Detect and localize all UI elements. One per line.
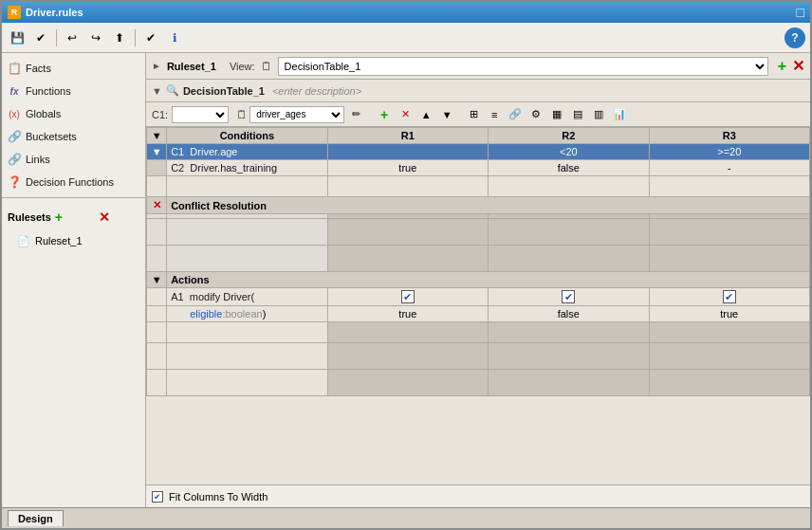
forward-icon[interactable]: ↪ bbox=[85, 27, 106, 48]
c2-r3[interactable]: - bbox=[649, 160, 809, 176]
a1b-label[interactable]: eligible:boolean) bbox=[167, 306, 327, 322]
col-conditions-header: Conditions bbox=[167, 128, 327, 144]
window-title: Driver.rules bbox=[26, 7, 792, 18]
c2-r2[interactable]: false bbox=[489, 160, 649, 176]
ruleset-label: Ruleset_1 bbox=[35, 235, 83, 247]
sidebar-label-links: Links bbox=[26, 154, 50, 165]
a1b-r1[interactable]: true bbox=[327, 306, 488, 322]
a1-r2-checkbox[interactable]: ✔ bbox=[562, 290, 575, 303]
bottom-bar: ✔ Fit Columns To Width bbox=[146, 484, 810, 507]
table-icon: 🗒 bbox=[236, 108, 248, 121]
col-arrow-header: ▼ bbox=[147, 128, 167, 144]
main-window: R Driver.rules □ 💾 ✔ ↩ ↪ ⬆ ✔ ℹ ? 📋 Facts… bbox=[0, 0, 812, 530]
a1-r3-checkbox[interactable]: ✔ bbox=[723, 290, 736, 303]
export-btn[interactable]: 📊 bbox=[610, 105, 629, 124]
info-icon[interactable]: ℹ bbox=[164, 27, 185, 48]
grid-btn[interactable]: ⊞ bbox=[464, 105, 483, 124]
a1-r2-check[interactable]: ✔ bbox=[489, 288, 649, 306]
col-r2-header: R2 bbox=[489, 128, 649, 144]
sidebar-item-functions[interactable]: fx Functions bbox=[2, 80, 145, 102]
field-select[interactable]: driver_ages bbox=[249, 106, 344, 123]
action-row-a1: A1 modify Driver( ✔ ✔ bbox=[147, 288, 810, 306]
sep2 bbox=[135, 29, 136, 46]
decision-table-wrapper: ▼ Conditions R1 R2 R3 ▼ C1 Driver.age bbox=[146, 127, 810, 484]
window-icon: R bbox=[8, 6, 21, 19]
actions-label: Actions bbox=[167, 272, 810, 288]
format-btn3[interactable]: ▥ bbox=[589, 105, 608, 124]
ruleset-item[interactable]: 📄 Ruleset_1 bbox=[2, 229, 145, 252]
a1-r1-checkbox[interactable]: ✔ bbox=[401, 290, 415, 303]
cols-btn[interactable]: ≡ bbox=[485, 105, 504, 124]
dt-name: DecisionTable_1 bbox=[183, 85, 265, 97]
link-btn[interactable]: 🔗 bbox=[506, 105, 525, 124]
dt-description: <enter description> bbox=[272, 85, 361, 97]
check-icon[interactable]: ✔ bbox=[30, 27, 51, 48]
eligible-label: eligible bbox=[190, 308, 222, 320]
del-col-btn[interactable]: ✕ bbox=[396, 105, 415, 124]
refresh-icon[interactable]: ⬆ bbox=[109, 27, 130, 48]
sidebar-item-facts[interactable]: 📋 Facts bbox=[2, 57, 145, 80]
col-r3-header: R3 bbox=[649, 128, 809, 144]
rulesets-section: Rulesets + ✕ bbox=[2, 205, 145, 229]
status-bar: Design bbox=[2, 507, 810, 528]
c2-label[interactable]: C2 Driver.has_training bbox=[167, 160, 327, 176]
column-toolbar: C1: 🗒 driver_ages ✏ + ✕ ▲ ▼ ⊞ ≡ 🔗 bbox=[146, 102, 810, 127]
sidebar-item-bucketsets[interactable]: 🔗 Bucketsets bbox=[2, 125, 145, 148]
settings-btn[interactable]: ⚙ bbox=[526, 105, 545, 124]
a1-label[interactable]: A1 modify Driver( bbox=[167, 288, 327, 306]
ruleset-expand-icon[interactable]: ► bbox=[152, 61, 161, 71]
actions-arrow-icon[interactable]: ▼ bbox=[147, 272, 167, 288]
c1-label[interactable]: C1 Driver.age bbox=[167, 144, 327, 160]
c1-r3[interactable]: >=20 bbox=[649, 144, 809, 160]
paren-label: ) bbox=[263, 308, 267, 320]
c1-r2[interactable]: <20 bbox=[489, 144, 649, 160]
del-ruleset-btn[interactable]: ✕ bbox=[99, 210, 139, 225]
globals-icon: (x) bbox=[8, 109, 21, 119]
window-minimize-btn[interactable]: □ bbox=[797, 5, 804, 20]
a1-r1-check[interactable]: ✔ bbox=[327, 288, 488, 306]
format-btn1[interactable]: ▦ bbox=[547, 105, 566, 124]
conflict-resolution-label: Conflict Resolution bbox=[167, 197, 810, 214]
a1-r3-check[interactable]: ✔ bbox=[649, 288, 809, 306]
a1b-r2[interactable]: false bbox=[489, 306, 649, 322]
back-icon[interactable]: ↩ bbox=[62, 27, 83, 48]
decision-functions-icon: ❓ bbox=[8, 175, 21, 189]
a1-r3-checkmark: ✔ bbox=[725, 291, 733, 303]
del-view-btn[interactable]: ✕ bbox=[792, 57, 804, 75]
save-icon[interactable]: 💾 bbox=[7, 27, 28, 48]
conflict-collapse-icon[interactable]: ✕ bbox=[147, 197, 167, 214]
sidebar-label-decision-functions: Decision Functions bbox=[26, 176, 114, 188]
a1-id bbox=[147, 288, 167, 306]
fit-columns-checkbox[interactable]: ✔ bbox=[152, 491, 163, 503]
ci-select[interactable] bbox=[172, 106, 229, 123]
title-bar: R Driver.rules □ bbox=[2, 2, 810, 23]
main-content: 📋 Facts fx Functions (x) Globals 🔗 Bucke… bbox=[2, 53, 810, 507]
move-up-btn[interactable]: ▲ bbox=[416, 105, 435, 124]
format-btn2[interactable]: ▤ bbox=[568, 105, 587, 124]
help-button[interactable]: ? bbox=[784, 27, 805, 48]
a1b-r3[interactable]: true bbox=[649, 306, 809, 322]
checkmark-icon[interactable]: ✔ bbox=[140, 27, 161, 48]
edit-field-btn[interactable]: ✏ bbox=[346, 105, 365, 124]
c2-r1[interactable]: true bbox=[327, 160, 488, 176]
view-dropdown[interactable]: DecisionTable_1 bbox=[278, 57, 768, 76]
a1-r1-checkmark: ✔ bbox=[403, 291, 412, 303]
view-label: View: bbox=[230, 61, 255, 72]
rulesets-label: Rulesets bbox=[8, 211, 51, 223]
c1-arrow: ▼ bbox=[147, 144, 167, 160]
ci-label: C1: bbox=[152, 109, 168, 120]
sep1 bbox=[56, 29, 57, 46]
sidebar-item-globals[interactable]: (x) Globals bbox=[2, 102, 145, 125]
sidebar-item-links[interactable]: 🔗 Links bbox=[2, 148, 145, 171]
c2-arrow bbox=[147, 160, 167, 176]
add-ruleset-btn[interactable]: + bbox=[55, 210, 96, 225]
dt-collapse-btn[interactable]: ▼ bbox=[152, 85, 162, 97]
move-down-btn[interactable]: ▼ bbox=[437, 105, 456, 124]
design-tab[interactable]: Design bbox=[8, 510, 64, 526]
sidebar-item-decision-functions[interactable]: ❓ Decision Functions bbox=[2, 171, 145, 193]
c1-r1[interactable] bbox=[327, 144, 488, 160]
add-view-btn[interactable]: + bbox=[778, 58, 786, 75]
empty-row-3 bbox=[147, 343, 810, 370]
add-col-btn[interactable]: + bbox=[375, 105, 394, 124]
dt-search-icon[interactable]: 🔍 bbox=[166, 84, 179, 97]
